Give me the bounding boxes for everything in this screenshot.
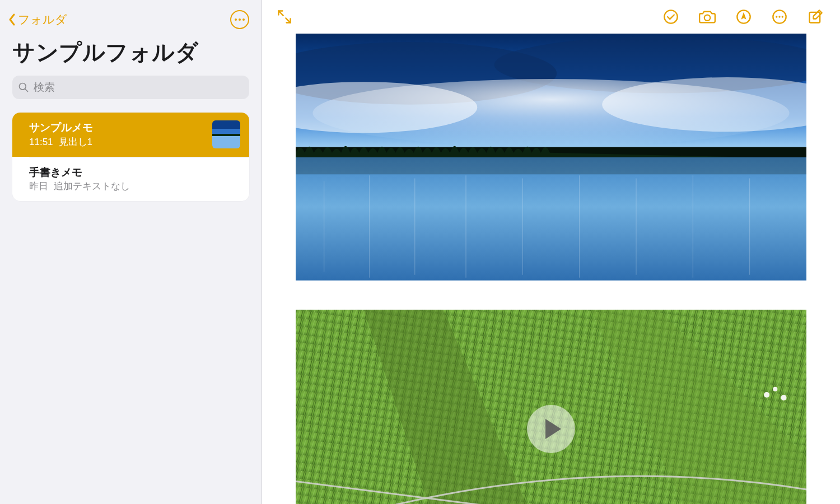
svg-rect-23 xyxy=(296,157,806,281)
compose-button[interactable] xyxy=(808,9,823,25)
svg-rect-24 xyxy=(296,157,806,174)
notes-list: サンプルメモ 11:51 見出し1 xyxy=(12,113,249,201)
svg-point-8 xyxy=(664,10,677,23)
note-content[interactable] xyxy=(262,34,840,504)
search-input[interactable] xyxy=(32,81,244,94)
ellipsis-circle-icon xyxy=(772,9,787,25)
note-snippet: 見出し1 xyxy=(59,136,92,149)
search-field[interactable] xyxy=(12,76,249,99)
note-time: 11:51 xyxy=(29,136,53,149)
note-title: 手書きメモ xyxy=(29,165,240,180)
toolbar-left xyxy=(277,9,292,25)
svg-line-1 xyxy=(25,89,28,92)
note-row-text: 手書きメモ 昨日 追加テキストなし xyxy=(29,165,240,194)
svg-rect-5 xyxy=(212,134,240,136)
expand-icon xyxy=(277,9,292,25)
note-thumbnail xyxy=(212,120,240,148)
note-snippet: 追加テキストなし xyxy=(54,180,130,193)
search-icon xyxy=(18,82,29,93)
svg-point-48 xyxy=(781,395,786,400)
detail-more-button[interactable] xyxy=(772,9,787,25)
note-row[interactable]: 手書きメモ 昨日 追加テキストなし xyxy=(12,157,249,202)
video-play-button[interactable] xyxy=(527,405,575,453)
svg-point-47 xyxy=(773,387,777,391)
checklist-button[interactable] xyxy=(663,9,679,25)
lake-image-icon xyxy=(296,34,806,281)
note-row-text: サンプルメモ 11:51 見出し1 xyxy=(29,120,206,149)
sidebar-more-button[interactable] xyxy=(230,10,249,29)
note-subline: 昨日 追加テキストなし xyxy=(29,180,240,193)
check-circle-icon xyxy=(663,9,679,25)
back-button[interactable]: フォルダ xyxy=(8,12,67,27)
svg-point-14 xyxy=(782,16,783,17)
camera-button[interactable] xyxy=(699,9,716,25)
notes-app: フォルダ サンプルフォルダ サンプルメモ 11:51 見出し1 xyxy=(0,0,840,504)
pen-circle-icon xyxy=(736,9,752,25)
attachment-video[interactable] xyxy=(296,310,806,504)
camera-icon xyxy=(699,9,716,25)
note-detail-pane xyxy=(262,0,840,504)
note-time: 昨日 xyxy=(29,180,48,193)
svg-point-13 xyxy=(778,16,780,17)
svg-rect-15 xyxy=(810,12,820,23)
svg-line-7 xyxy=(286,18,290,22)
toolbar-right xyxy=(663,9,823,25)
note-title: サンプルメモ xyxy=(29,120,206,135)
back-label: フォルダ xyxy=(18,12,67,27)
markup-button[interactable] xyxy=(736,9,752,25)
svg-point-12 xyxy=(776,16,777,17)
lake-thumbnail-icon xyxy=(212,120,240,148)
sidebar: フォルダ サンプルフォルダ サンプルメモ 11:51 見出し1 xyxy=(0,0,262,504)
ellipsis-icon xyxy=(235,18,245,21)
expand-button[interactable] xyxy=(277,9,292,25)
svg-line-6 xyxy=(279,11,283,16)
compose-icon xyxy=(808,9,823,25)
sidebar-top-bar: フォルダ xyxy=(0,0,262,34)
svg-point-9 xyxy=(704,15,710,21)
folder-title: サンプルフォルダ xyxy=(0,34,262,76)
note-subline: 11:51 見出し1 xyxy=(29,136,206,149)
note-row-selected[interactable]: サンプルメモ 11:51 見出し1 xyxy=(12,113,249,157)
chevron-left-icon xyxy=(8,13,17,26)
attachment-image[interactable] xyxy=(296,34,806,281)
detail-toolbar xyxy=(262,0,840,34)
svg-point-46 xyxy=(764,392,769,398)
